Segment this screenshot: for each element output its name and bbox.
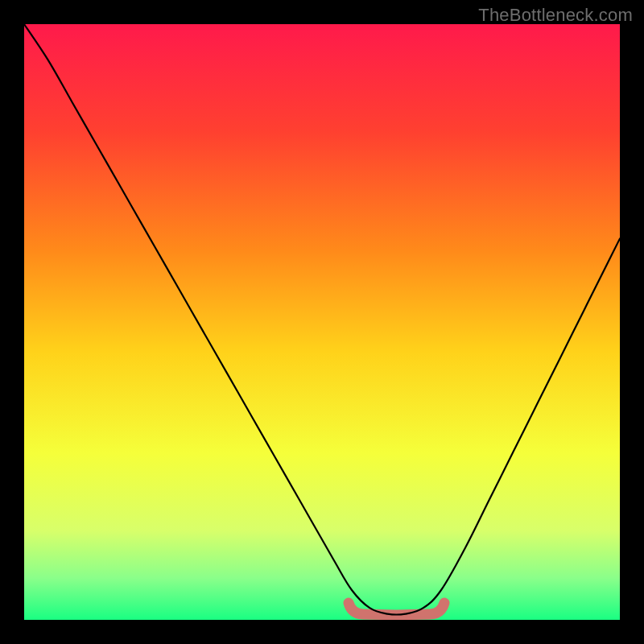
- bottleneck-curve-chart: [24, 24, 620, 620]
- plot-area: [24, 24, 620, 620]
- watermark-text: TheBottleneck.com: [478, 5, 633, 26]
- gradient-background: [24, 24, 620, 620]
- chart-frame: TheBottleneck.com: [0, 0, 644, 644]
